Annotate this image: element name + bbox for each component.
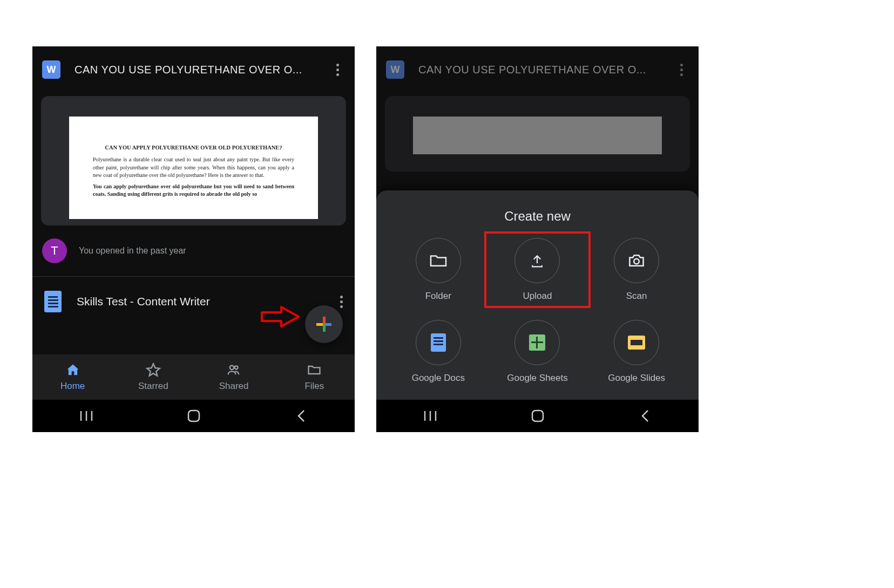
system-home-button[interactable]: [184, 406, 204, 426]
file-title: CAN YOU USE POLYURETHANE OVER O...: [74, 64, 330, 76]
create-scan-label: Scan: [626, 291, 647, 302]
system-nav-bar: [32, 400, 355, 432]
thumb-paragraph-1: Polyurethane is a durable clear coat use…: [93, 156, 294, 180]
create-new-bottom-sheet: Create new Folder Upload Scan: [376, 190, 699, 400]
document-preview-card-dimmed: [385, 96, 690, 172]
create-folder-option[interactable]: Folder: [391, 238, 485, 302]
nav-shared[interactable]: Shared: [194, 354, 274, 400]
user-avatar: T: [42, 238, 67, 263]
upload-icon: [514, 238, 560, 283]
star-icon: [146, 363, 161, 378]
system-nav-bar: [376, 400, 699, 432]
google-docs-icon: [44, 291, 62, 312]
thumb-paragraph-2: You can apply polyurethane over old poly…: [93, 183, 294, 199]
folder-icon: [307, 363, 322, 378]
google-docs-icon: [416, 320, 461, 365]
nav-starred-label: Starred: [138, 381, 168, 392]
nav-starred[interactable]: Starred: [113, 354, 193, 400]
annotation-arrow-icon: [261, 305, 301, 329]
camera-icon: [614, 238, 659, 283]
create-slides-option[interactable]: Google Slides: [590, 320, 683, 384]
create-folder-label: Folder: [425, 291, 451, 302]
file-row-more-button[interactable]: [340, 296, 343, 308]
create-upload-option[interactable]: Upload: [491, 238, 585, 302]
create-options-grid: Folder Upload Scan Google Docs G: [391, 238, 683, 384]
home-icon: [65, 363, 80, 378]
file-meta-row: T You opened in the past year: [32, 225, 355, 276]
more-options-button: [674, 62, 689, 77]
more-options-button[interactable]: [330, 62, 345, 77]
google-slides-icon: [614, 320, 659, 365]
create-slides-label: Google Slides: [608, 373, 665, 384]
nav-shared-label: Shared: [219, 381, 249, 392]
file-header: W CAN YOU USE POLYURETHANE OVER O...: [32, 46, 355, 86]
create-docs-option[interactable]: Google Docs: [391, 320, 485, 384]
thumb-heading: CAN YOU APPLY POLYURETHANE OVER OLD POLY…: [93, 143, 294, 152]
svg-point-1: [235, 366, 238, 369]
svg-rect-5: [188, 411, 199, 421]
create-docs-label: Google Docs: [412, 373, 465, 384]
system-recents-button[interactable]: [77, 406, 96, 426]
create-scan-option[interactable]: Scan: [590, 238, 683, 302]
system-home-button[interactable]: [528, 406, 547, 426]
svg-rect-10: [532, 411, 543, 421]
svg-point-6: [634, 259, 639, 264]
sheet-title: Create new: [391, 209, 683, 224]
system-back-button[interactable]: [292, 406, 311, 426]
file-title: CAN YOU USE POLYURETHANE OVER O...: [418, 64, 674, 76]
nav-files[interactable]: Files: [274, 354, 355, 400]
nav-home[interactable]: Home: [32, 354, 113, 400]
screenshot-drive-home: W CAN YOU USE POLYURETHANE OVER O... CAN…: [32, 46, 355, 432]
nav-files-label: Files: [304, 381, 324, 392]
bottom-nav: Home Starred Shared Files: [32, 354, 355, 400]
nav-home-label: Home: [60, 381, 85, 392]
folder-icon: [416, 238, 461, 283]
more-vertical-icon: [680, 64, 683, 76]
file-header-dimmed: W CAN YOU USE POLYURETHANE OVER O...: [376, 46, 699, 86]
system-back-button[interactable]: [635, 406, 655, 426]
google-sheets-icon: [514, 320, 560, 365]
people-icon: [226, 363, 241, 378]
create-upload-label: Upload: [523, 291, 552, 302]
screenshot-create-new-sheet: W CAN YOU USE POLYURETHANE OVER O... Cre…: [376, 46, 699, 432]
activity-text: You opened in the past year: [79, 246, 186, 256]
word-file-icon: W: [386, 60, 404, 79]
create-fab-button[interactable]: [305, 305, 343, 343]
system-recents-button[interactable]: [421, 406, 440, 426]
create-sheets-label: Google Sheets: [507, 373, 567, 384]
svg-point-0: [230, 366, 234, 370]
google-plus-icon: [316, 317, 331, 332]
document-preview-card[interactable]: CAN YOU APPLY POLYURETHANE OVER OLD POLY…: [41, 96, 346, 225]
create-sheets-option[interactable]: Google Sheets: [491, 320, 585, 384]
more-vertical-icon: [336, 64, 339, 76]
document-thumbnail: CAN YOU APPLY POLYURETHANE OVER OLD POLY…: [69, 117, 318, 219]
word-file-icon: W: [42, 60, 60, 79]
